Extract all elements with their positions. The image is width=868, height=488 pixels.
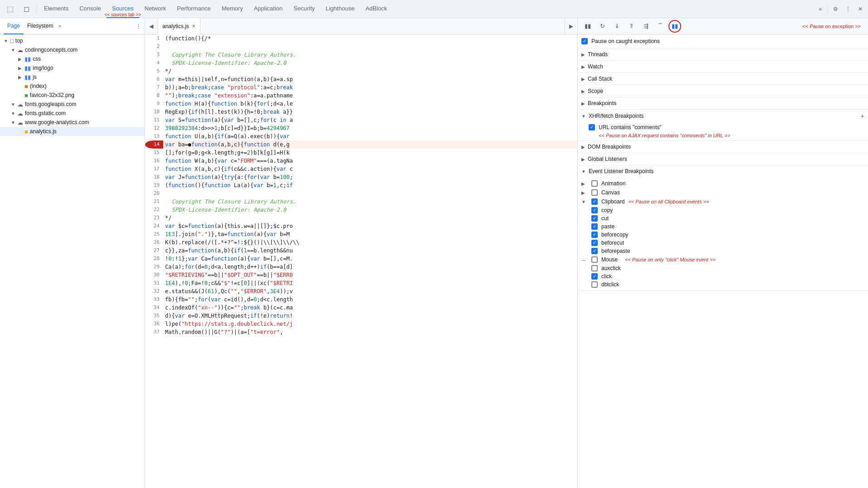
tree-item-css[interactable]: ▶ ▮▮ css bbox=[0, 54, 145, 63]
code-run-button[interactable]: ▶ bbox=[565, 18, 577, 34]
settings-icon[interactable]: ⚙ bbox=[829, 6, 842, 12]
tree-item-ga[interactable]: ▼ ☁ www.google-analytics.com bbox=[0, 118, 145, 127]
dblclick-label: dblclick bbox=[601, 281, 619, 288]
beforecut-checkbox[interactable]: ✓ bbox=[591, 240, 598, 246]
section-dom: ▶ DOM Breakpoints bbox=[578, 141, 868, 153]
xhr-add-button[interactable]: + bbox=[861, 112, 864, 120]
code-line-2: 2 bbox=[145, 43, 577, 51]
code-line-17: 17function X(a,b,c){if(c&&c.action){var … bbox=[145, 165, 577, 173]
copy-label: copy bbox=[601, 207, 613, 213]
dblclick-checkbox[interactable] bbox=[591, 281, 598, 288]
folder-icon-top: □ bbox=[10, 38, 14, 44]
code-line-18: 18var J=function(a){try{a:{for(var b=100… bbox=[145, 173, 577, 181]
cut-checkbox[interactable]: ✓ bbox=[591, 215, 598, 222]
tab-filesystem[interactable]: Filesystem bbox=[24, 18, 57, 34]
copy-checkbox[interactable]: ✓ bbox=[591, 207, 598, 213]
code-line-30: 30"$RETRIEVING"==b||"$OPT_OUT"==b||"$ERR… bbox=[145, 271, 577, 279]
clipboard-items: ✓ copy ✓ cut ✓ paste bbox=[581, 206, 864, 255]
section-watch-header[interactable]: ▶ Watch bbox=[578, 61, 868, 72]
code-line-37: 37Math.random()||G("?")|(a=["t=error", bbox=[145, 328, 577, 336]
tree-label-js: js bbox=[33, 74, 37, 80]
tab-page[interactable]: Page bbox=[4, 18, 24, 34]
cursor-icon[interactable]: ⬚ bbox=[2, 0, 18, 18]
section-xhr-header[interactable]: ▼ XHR/fetch Breakpoints + bbox=[578, 110, 868, 122]
tree-item-top[interactable]: ▼ □ top bbox=[0, 36, 145, 45]
tab-network[interactable]: Network bbox=[139, 0, 172, 18]
clipboard-item-copy: ✓ copy bbox=[591, 206, 864, 214]
section-watch-title: Watch bbox=[588, 63, 864, 70]
debugger-toolbar: ▮▮ ↻ ⇓ ⇑ ⇶ ⎺ ▮▮ << Pause on exception >> bbox=[578, 18, 868, 34]
section-global-title: Global Listeners bbox=[588, 156, 864, 162]
tab-console[interactable]: Console bbox=[74, 0, 107, 18]
code-line-26: 26K(b).replace(/([.*+?^=!:${}()|\\[\\]\\… bbox=[145, 238, 577, 246]
click-checkbox[interactable]: ✓ bbox=[591, 273, 598, 280]
code-line-25: 251E3].join(".")},ta=function(a){var b=M bbox=[145, 230, 577, 238]
section-callstack-header[interactable]: ▶ Call Stack bbox=[578, 73, 868, 85]
beforepaste-checkbox[interactable]: ✓ bbox=[591, 248, 598, 254]
tab-adblock[interactable]: AdBlock bbox=[360, 0, 393, 18]
section-threads-header[interactable]: ▶ Threads bbox=[578, 48, 868, 60]
code-line-4: 4 SPDX-License-Identifier: Apache-2.0 bbox=[145, 59, 577, 67]
tree-item-imglogo[interactable]: ▶ ▮▮ img/logo bbox=[0, 63, 145, 72]
section-breakpoints-title: Breakpoints bbox=[588, 100, 864, 106]
section-scope-header[interactable]: ▶ Scope bbox=[578, 85, 868, 97]
tree-item-js[interactable]: ▶ ▮▮ js bbox=[0, 72, 145, 82]
animation-checkbox[interactable] bbox=[591, 180, 598, 187]
section-dom-header[interactable]: ▶ DOM Breakpoints bbox=[578, 141, 868, 153]
tree-item-index[interactable]: ■ (index) bbox=[0, 82, 145, 91]
step-into-button[interactable]: ⇓ bbox=[610, 20, 623, 33]
code-tab-close[interactable]: ✕ bbox=[192, 24, 195, 29]
pause-caught-checkbox[interactable]: ✓ bbox=[581, 38, 588, 44]
arrow-googleapis: ▼ bbox=[11, 102, 17, 107]
tree-item-googleapis[interactable]: ▼ ☁ fonts.googleapis.com bbox=[0, 100, 145, 109]
code-content[interactable]: 1(function(){/* 2 3 Copyright The Closur… bbox=[145, 34, 577, 488]
step-over-button[interactable]: ↻ bbox=[596, 20, 609, 33]
section-breakpoints-header[interactable]: ▶ Breakpoints bbox=[578, 97, 868, 109]
panel-tab-more[interactable]: » bbox=[59, 24, 61, 29]
tab-elements[interactable]: Elements bbox=[39, 0, 74, 18]
mouse-checkbox[interactable] bbox=[591, 256, 598, 263]
tree-item-codinngconcepts[interactable]: ▼ ☁ codinngconcepts.com bbox=[0, 45, 145, 54]
tree-label-imglogo: img/logo bbox=[33, 65, 53, 71]
resume-button[interactable]: ▮▮ bbox=[668, 20, 681, 33]
clipboard-checkbox[interactable]: ✓ bbox=[591, 198, 598, 205]
tab-security[interactable]: Security bbox=[288, 0, 320, 18]
tab-memory[interactable]: Memory bbox=[216, 0, 249, 18]
section-callstack-title: Call Stack bbox=[588, 76, 864, 82]
more-options-icon[interactable]: ⋮ bbox=[842, 6, 854, 12]
step-button[interactable]: ⇶ bbox=[639, 20, 652, 33]
pause-on-exception-button[interactable]: << Pause on exception >> bbox=[799, 21, 864, 32]
paste-checkbox[interactable]: ✓ bbox=[591, 223, 598, 230]
section-global-header[interactable]: ▶ Global Listeners bbox=[578, 153, 868, 165]
code-panel: ◀ analytics.js ✕ ▶ 1(function(){/* 2 3 C… bbox=[145, 18, 578, 488]
canvas-checkbox[interactable] bbox=[591, 189, 598, 196]
panel-menu-icon[interactable]: ⋮ bbox=[136, 23, 141, 29]
tab-application[interactable]: Application bbox=[249, 0, 288, 18]
tree-item-gstatic[interactable]: ▼ ☁ fonts.gstatic.com bbox=[0, 109, 145, 118]
tree-item-analyticsjs[interactable]: ■ analytics.js bbox=[0, 127, 145, 136]
xhr-checkbox[interactable]: ✓ bbox=[589, 124, 595, 130]
deactivate-breakpoints-button[interactable]: ⎺ bbox=[654, 20, 667, 33]
more-tabs-button[interactable]: » bbox=[815, 6, 825, 12]
tab-performance[interactable]: Performance bbox=[171, 0, 216, 18]
mouse-item-dblclick: dblclick bbox=[591, 280, 864, 289]
arrow-breakpoints: ▶ bbox=[581, 101, 585, 106]
code-tab-prev[interactable]: ◀ bbox=[145, 18, 158, 34]
code-line-31: 311E4),!0;Fa=!0;c&&"$"!=c[0]||(xc("$RETR… bbox=[145, 279, 577, 287]
panel-tabs: Page Filesystem » ⋮ bbox=[0, 18, 145, 34]
beforepaste-label: beforepaste bbox=[601, 248, 630, 254]
code-line-3: 3 Copyright The Closure Library Authors. bbox=[145, 51, 577, 59]
arrow-dom: ▶ bbox=[581, 145, 585, 150]
code-line-12: 123988292384:d>>>1;b[c]=d}}I=b;b=4294967 bbox=[145, 124, 577, 132]
beforecopy-checkbox[interactable]: ✓ bbox=[591, 232, 598, 238]
clipboard-item-paste: ✓ paste bbox=[591, 222, 864, 231]
section-events-header[interactable]: ▼ Event Listener Breakpoints bbox=[578, 165, 868, 177]
auxclick-checkbox[interactable] bbox=[591, 265, 598, 271]
code-tab-analyticsjs[interactable]: analytics.js ✕ bbox=[158, 18, 200, 34]
pause-button[interactable]: ▮▮ bbox=[581, 20, 594, 33]
tree-item-favicon[interactable]: ■ favicon-32x32.png bbox=[0, 91, 145, 100]
step-out-button[interactable]: ⇑ bbox=[625, 20, 638, 33]
device-icon[interactable]: ◻ bbox=[18, 0, 34, 18]
close-devtools-icon[interactable]: ✕ bbox=[854, 6, 866, 12]
tab-lighthouse[interactable]: Lighthouse bbox=[320, 0, 360, 18]
